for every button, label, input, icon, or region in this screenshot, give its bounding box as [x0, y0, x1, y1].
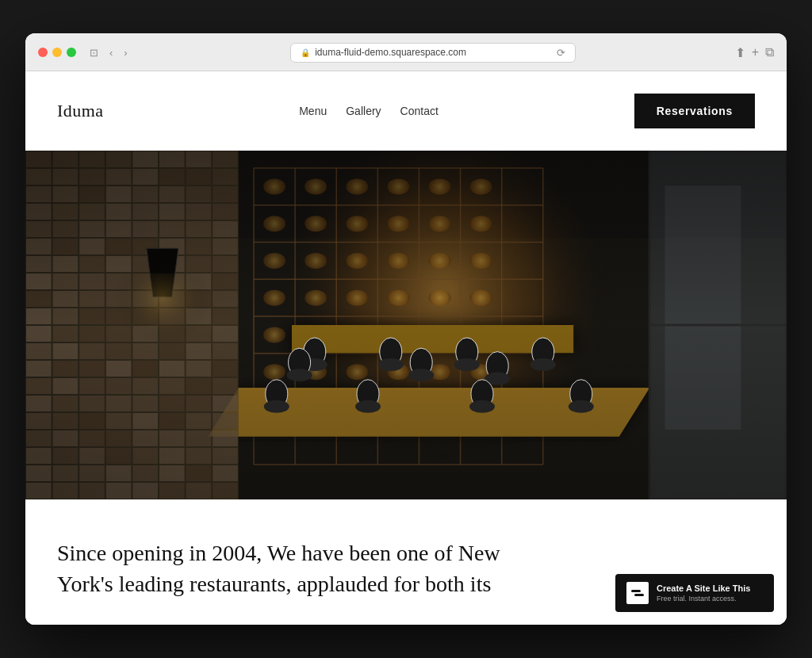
site-header: Iduma Menu Gallery Contact Reservations [25, 71, 787, 151]
hero-image [25, 151, 787, 499]
site-nav: Menu Gallery Contact [299, 105, 439, 117]
traffic-lights [38, 48, 76, 57]
new-tab-icon[interactable]: + [752, 45, 759, 59]
address-bar[interactable]: 🔒 iduma-fluid-demo.squarespace.com ⟳ [290, 43, 576, 63]
tabs-icon[interactable]: ⧉ [765, 45, 774, 59]
share-icon[interactable]: ⬆ [735, 45, 745, 60]
back-button[interactable]: ‹ [105, 45, 117, 60]
website-content: Iduma Menu Gallery Contact Reservations … [25, 71, 787, 625]
minimize-button[interactable] [52, 48, 62, 57]
badge-title: Create A Site Like This [657, 583, 763, 593]
url-text: iduma-fluid-demo.squarespace.com [315, 47, 466, 58]
browser-actions: ⬆ + ⧉ [735, 45, 774, 60]
squarespace-logo [626, 582, 649, 604]
reservations-button[interactable]: Reservations [634, 94, 755, 128]
badge-subtitle: Free trial. Instant access. [657, 595, 763, 603]
close-button[interactable] [38, 48, 48, 57]
nav-contact[interactable]: Contact [400, 105, 439, 117]
site-body: Since opening in 2004, We have been one … [25, 499, 787, 625]
forward-button[interactable]: › [120, 45, 131, 60]
lock-icon: 🔒 [301, 48, 310, 57]
browser-controls: ⊡ ‹ › [86, 45, 132, 60]
squarespace-badge[interactable]: Create A Site Like This Free trial. Inst… [615, 574, 774, 612]
browser-window: ⊡ ‹ › 🔒 iduma-fluid-demo.squarespace.com… [25, 33, 787, 625]
svg-rect-1 [634, 594, 644, 596]
maximize-button[interactable] [67, 48, 76, 57]
intro-text: Since opening in 2004, We have been one … [57, 537, 517, 599]
svg-rect-0 [631, 590, 641, 592]
hero-canvas [25, 151, 787, 499]
badge-text-block: Create A Site Like This Free trial. Inst… [657, 583, 763, 603]
nav-menu[interactable]: Menu [299, 105, 327, 117]
site-logo: Iduma [57, 101, 103, 121]
window-icon[interactable]: ⊡ [86, 45, 102, 60]
nav-gallery[interactable]: Gallery [346, 105, 381, 117]
browser-chrome: ⊡ ‹ › 🔒 iduma-fluid-demo.squarespace.com… [25, 33, 787, 71]
refresh-icon[interactable]: ⟳ [557, 47, 565, 59]
